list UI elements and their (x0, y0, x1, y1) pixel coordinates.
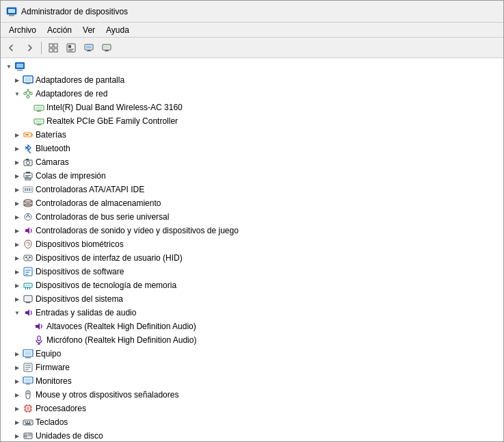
hid-label: Dispositivos de interfaz de usuario (HID… (36, 253, 183, 263)
ctrl-almacenamiento-icon (23, 198, 34, 209)
monitores-item[interactable]: Monitores (1, 374, 503, 388)
svg-rect-39 (37, 125, 41, 125)
dispositivos-biometricos-item[interactable]: Dispositivos biométricos (1, 237, 503, 251)
teclados-label: Teclados (36, 417, 68, 427)
ctrl-sonido-item[interactable]: Controladoras de sonido y vídeo y dispos… (1, 224, 503, 237)
firmware-expander (12, 362, 23, 373)
dispositivos-software-item[interactable]: Dispositivos de software (1, 265, 503, 278)
svg-rect-76 (29, 287, 30, 289)
microfono-icon (34, 335, 44, 346)
controladoras-almacenamiento-item[interactable]: Controladoras de almacenamiento (1, 196, 503, 210)
svg-rect-54 (29, 188, 30, 191)
teclados-item[interactable]: Teclados (1, 415, 503, 429)
svg-rect-42 (25, 134, 29, 135)
tree-root-item[interactable] (1, 60, 503, 73)
adaptadores-red-item[interactable]: Adaptadores de red (1, 87, 503, 101)
svg-rect-110 (29, 421, 30, 423)
svg-rect-4 (49, 44, 53, 47)
baterias-item[interactable]: Baterías (1, 128, 503, 142)
equipo-icon (23, 348, 34, 359)
dispositivos-sistema-item[interactable]: Dispositivos del sistema (1, 292, 503, 306)
show-hidden-button[interactable] (45, 40, 62, 55)
update-button[interactable] (81, 40, 97, 55)
procesadores-label: Procesadores (36, 404, 86, 413)
ctrl-bus-item[interactable]: Controladoras de bus serie universal (1, 210, 503, 224)
device-tree: Adaptadores de pantalla Adaptadores de r… (1, 58, 503, 441)
monitor-button[interactable] (98, 40, 115, 55)
svg-rect-9 (68, 45, 71, 48)
dispositivos-memoria-item[interactable]: Dispositivos de tecnología de memoria (1, 278, 503, 292)
baterias-label: Baterías (36, 130, 66, 140)
adaptadores-pantalla-expander (12, 75, 23, 86)
entradas-salidas-item[interactable]: Entradas y salidas de audio (1, 306, 503, 320)
unidades-disco-item[interactable]: Unidades de disco (1, 429, 503, 441)
svg-rect-75 (27, 287, 28, 289)
back-button[interactable] (3, 40, 20, 55)
menu-ver[interactable]: Ver (77, 24, 101, 36)
menu-accion[interactable]: Acción (42, 24, 77, 36)
intel-wireless-icon (34, 102, 44, 113)
adaptadores-pantalla-icon (23, 75, 34, 86)
mouse-expander (12, 389, 23, 400)
menu-archivo[interactable]: Archivo (3, 24, 42, 36)
svg-line-61 (27, 216, 28, 216)
camaras-item[interactable]: Cámaras (1, 155, 503, 169)
ctrl-almacenamiento-label: Controladoras de almacenamiento (36, 198, 161, 208)
adaptadores-red-icon (23, 88, 34, 99)
svg-rect-45 (26, 159, 29, 160)
svg-rect-108 (25, 421, 26, 423)
intel-wireless-item[interactable]: Intel(R) Dual Band Wireless-AC 3160 (1, 101, 503, 114)
svg-rect-3 (10, 14, 14, 15)
altavoces-item[interactable]: Altavoces (Realtek High Definition Audio… (1, 320, 503, 333)
microfono-item[interactable]: Micrófono (Realtek High Definition Audio… (1, 333, 503, 347)
controladoras-atapi-item[interactable]: Controladoras ATA/ATAPI IDE (1, 183, 503, 196)
biometricos-expander (12, 239, 23, 250)
colas-impresion-item[interactable]: Colas de impresión (1, 169, 503, 183)
menu-ayuda[interactable]: Ayuda (101, 24, 135, 36)
equipo-label: Equipo (36, 349, 61, 359)
software-icon (23, 266, 34, 277)
firmware-icon (23, 362, 34, 373)
mouse-item[interactable]: Mouse y otros dispositivos señaladores (1, 388, 503, 402)
svg-line-62 (28, 216, 29, 216)
properties-button[interactable] (63, 40, 79, 55)
firmware-item[interactable]: Firmware (1, 361, 503, 374)
sistema-expander (12, 294, 23, 304)
device-manager-window: Administrador de dispositivos Archivo Ac… (0, 0, 504, 442)
hid-icon (23, 252, 34, 263)
svg-rect-26 (24, 92, 27, 94)
mouse-icon (23, 389, 34, 400)
window-icon (6, 6, 17, 17)
toolbar (1, 38, 503, 58)
svg-rect-14 (87, 51, 91, 51)
svg-rect-25 (26, 83, 30, 84)
dispositivos-hid-item[interactable]: Dispositivos de interfaz de usuario (HID… (1, 251, 503, 265)
bluetooth-item[interactable]: Bluetooth (1, 142, 503, 155)
svg-rect-50 (25, 179, 31, 180)
svg-rect-1 (8, 9, 15, 13)
bluetooth-expander (12, 143, 23, 154)
memoria-label: Dispositivos de tecnología de memoria (36, 281, 176, 290)
svg-rect-74 (25, 287, 26, 289)
controladoras-atapi-icon (23, 184, 34, 195)
procesadores-item[interactable]: Procesadores (1, 402, 503, 415)
hid-expander (12, 252, 23, 263)
software-label: Dispositivos de software (36, 267, 124, 276)
ctrl-sonido-icon (23, 225, 34, 236)
forward-button[interactable] (21, 40, 38, 55)
svg-rect-24 (25, 77, 31, 81)
equipo-item[interactable]: Equipo (1, 347, 503, 361)
svg-rect-67 (29, 257, 31, 258)
adaptadores-red-expander (12, 88, 23, 99)
svg-point-64 (29, 216, 30, 218)
root-icon (14, 61, 25, 72)
svg-rect-28 (27, 96, 29, 98)
svg-rect-85 (25, 351, 31, 355)
procesadores-expander (12, 403, 23, 414)
svg-rect-48 (25, 177, 29, 177)
svg-rect-55 (31, 188, 31, 191)
adaptadores-pantalla-item[interactable]: Adaptadores de pantalla (1, 73, 503, 87)
monitores-expander (12, 376, 23, 387)
realtek-family-item[interactable]: Realtek PCIe GbE Family Controller (1, 114, 503, 128)
ctrl-sonido-label: Controladoras de sonido y vídeo y dispos… (36, 226, 239, 235)
